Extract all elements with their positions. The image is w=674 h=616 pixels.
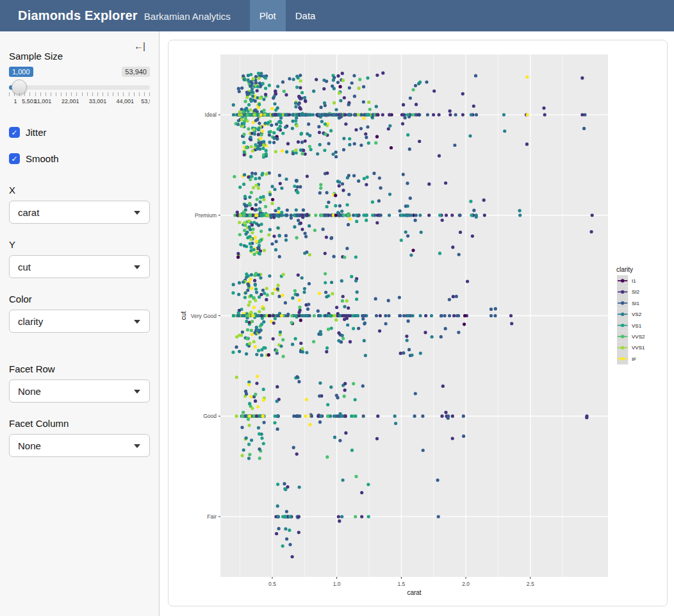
facet-column-select-label: Facet Column xyxy=(9,418,150,429)
svg-text:1.5: 1.5 xyxy=(397,581,405,587)
y-select-value: cut xyxy=(18,262,31,272)
legend-entry: IF xyxy=(617,353,636,364)
jitter-checkbox[interactable] xyxy=(9,127,20,138)
caret-down-icon xyxy=(134,390,140,394)
y-select-label: Y xyxy=(9,239,150,250)
legend-entry: I1 xyxy=(617,275,636,286)
sample-size-slider[interactable] xyxy=(9,85,150,90)
x-select-value: carat xyxy=(18,207,39,218)
facet-row-select-group: Facet Row None xyxy=(9,363,150,403)
slider-tick-label: 1 xyxy=(13,98,17,104)
svg-text:I1: I1 xyxy=(632,278,636,284)
plot-legend: clarityI1SI2SI1VS2VS1VVS2VVS1IF xyxy=(616,266,645,365)
sidebar: ←| Sample Size 1,000 53,940 15,50111,001… xyxy=(0,31,160,616)
caret-down-icon xyxy=(134,320,140,324)
color-select-group: Color clarity xyxy=(9,294,150,333)
legend-entry: VS1 xyxy=(617,320,642,331)
tab-data[interactable]: Data xyxy=(286,0,325,31)
slider-max-badge: 53,940 xyxy=(122,67,150,77)
main-panel: 0.51.01.52.02.5FairGoodVery GoodPremiumI… xyxy=(160,31,674,616)
slider-tick-label: 11,001 xyxy=(34,98,51,104)
app-header: Diamonds Explorer Barkamian Analytics Pl… xyxy=(0,0,674,31)
sample-size-group: Sample Size 1,000 53,940 15,50111,00122,… xyxy=(9,51,150,109)
svg-text:Fair: Fair xyxy=(207,513,217,520)
color-select-value: clarity xyxy=(18,316,43,327)
svg-text:0.5: 0.5 xyxy=(268,581,276,587)
facet-column-select[interactable]: None xyxy=(9,434,150,457)
slider-tick-grid: 15,50111,00122,00133,00144,00153,940 xyxy=(9,92,150,109)
x-select[interactable]: carat xyxy=(9,201,150,224)
svg-text:IF: IF xyxy=(632,356,636,362)
svg-text:Premium: Premium xyxy=(195,212,217,219)
svg-text:VS1: VS1 xyxy=(632,323,642,329)
smooth-checkbox[interactable] xyxy=(9,153,20,164)
svg-text:Ideal: Ideal xyxy=(205,112,217,118)
legend-entry: SI1 xyxy=(617,297,640,308)
y-select-group: Y cut xyxy=(9,239,150,278)
app-title: Diamonds Explorer xyxy=(18,8,138,23)
slider-tick-label: 53,940 xyxy=(141,98,150,104)
caret-down-icon xyxy=(134,211,140,215)
caret-down-icon xyxy=(134,444,140,448)
svg-text:VS2: VS2 xyxy=(632,312,642,317)
svg-text:1.0: 1.0 xyxy=(333,581,341,587)
svg-text:Good: Good xyxy=(203,413,217,419)
facet-row-select-label: Facet Row xyxy=(9,363,150,374)
diamonds-scatter-plot: 0.51.01.52.02.5FairGoodVery GoodPremiumI… xyxy=(168,40,667,606)
plot-card: 0.51.01.52.02.5FairGoodVery GoodPremiumI… xyxy=(168,40,668,606)
facet-row-select-value: None xyxy=(18,386,41,397)
jitter-checkbox-row[interactable]: Jitter xyxy=(9,127,150,138)
svg-text:2.0: 2.0 xyxy=(462,581,470,587)
smooth-checkbox-row[interactable]: Smooth xyxy=(9,153,150,164)
x-select-label: X xyxy=(9,185,150,196)
tab-plot[interactable]: Plot xyxy=(250,0,286,31)
slider-tick-label: 33,001 xyxy=(89,98,107,104)
facet-column-select-value: None xyxy=(18,440,41,451)
svg-text:SI2: SI2 xyxy=(632,289,640,295)
y-select[interactable]: cut xyxy=(9,255,150,278)
x-axis-title: carat xyxy=(407,589,421,596)
sidebar-collapse-button[interactable]: ←| xyxy=(134,40,145,51)
legend-title: clarity xyxy=(616,266,633,273)
svg-text:SI1: SI1 xyxy=(632,301,640,306)
y-axis-title: cut xyxy=(180,312,187,320)
svg-text:Very Good: Very Good xyxy=(191,313,217,319)
legend-entry: VVS1 xyxy=(617,342,645,353)
collapse-left-icon: ←| xyxy=(134,40,145,51)
app-subtitle: Barkamian Analytics xyxy=(144,11,231,22)
color-select[interactable]: clarity xyxy=(9,310,150,333)
x-select-group: X carat xyxy=(9,185,150,224)
color-select-label: Color xyxy=(9,294,150,304)
legend-entry: VS2 xyxy=(617,309,642,320)
sample-size-label: Sample Size xyxy=(9,51,150,62)
slider-tick-label: 44,001 xyxy=(117,98,135,104)
caret-down-icon xyxy=(134,265,140,269)
legend-entry: SI2 xyxy=(617,287,640,297)
svg-text:2.5: 2.5 xyxy=(527,581,534,587)
svg-text:VVS1: VVS1 xyxy=(632,345,645,351)
brand: Diamonds Explorer Barkamian Analytics xyxy=(18,8,231,23)
slider-badges: 1,000 53,940 xyxy=(9,67,150,79)
slider-tick-label: 22,001 xyxy=(62,98,79,104)
svg-text:VVS2: VVS2 xyxy=(632,334,645,340)
smooth-label: Smooth xyxy=(26,153,59,164)
facet-column-select-group: Facet Column None xyxy=(9,418,150,457)
jitter-label: Jitter xyxy=(26,127,47,138)
nav-tabs: Plot Data xyxy=(250,0,325,31)
legend-entry: VVS2 xyxy=(617,331,645,342)
facet-row-select[interactable]: None xyxy=(9,379,150,403)
slider-value-badge: 1,000 xyxy=(9,67,33,77)
